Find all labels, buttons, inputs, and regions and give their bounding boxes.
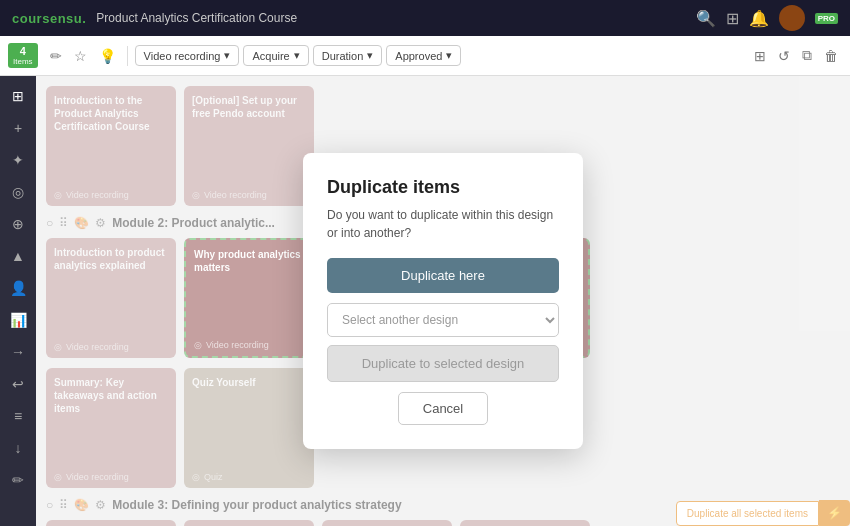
duplicate-to-selected-button[interactable]: Duplicate to selected design — [327, 345, 559, 382]
modal-overlay: Duplicate items Do you want to duplicate… — [36, 76, 850, 526]
top-navigation: coursensu. Product Analytics Certificati… — [0, 0, 850, 36]
course-area: Introduction to the Product Analytics Ce… — [36, 76, 850, 526]
toolbar: 4 Items ✏ ☆ 💡 Video recording ▾ Acquire … — [0, 36, 850, 76]
type-filter-label: Video recording — [144, 50, 221, 62]
design-select[interactable]: Select another design — [327, 303, 559, 337]
history-icon[interactable]: ↺ — [774, 46, 794, 66]
avatar[interactable] — [779, 5, 805, 31]
main-content: ⊞ + ✦ ◎ ⊕ ▲ 👤 📊 → ↩ ≡ ↓ ✏ Introduction t… — [0, 76, 850, 526]
duration-filter-dropdown[interactable]: Duration ▾ — [313, 45, 383, 66]
items-count-badge: 4 — [20, 45, 26, 57]
edit-icon[interactable]: ✏ — [46, 46, 66, 66]
course-title: Product Analytics Certification Course — [96, 11, 297, 25]
star-icon[interactable]: ☆ — [70, 46, 91, 66]
sidebar-person-icon[interactable]: 👤 — [6, 276, 31, 300]
delete-icon[interactable]: 🗑 — [820, 46, 842, 66]
layout-icon[interactable]: ⊞ — [750, 46, 770, 66]
sidebar-arrow-icon[interactable]: → — [7, 340, 29, 364]
chevron-down-icon-4: ▾ — [446, 49, 452, 62]
separator-1 — [127, 46, 128, 66]
sidebar-undo-icon[interactable]: ↩ — [8, 372, 28, 396]
chevron-down-icon: ▾ — [224, 49, 230, 62]
sidebar-target-icon[interactable]: ◎ — [8, 180, 28, 204]
sidebar-sparkle-icon[interactable]: ✦ — [8, 148, 28, 172]
logo: coursensu. — [12, 11, 86, 26]
sidebar-download-icon[interactable]: ↓ — [11, 436, 26, 460]
search-icon[interactable]: 🔍 — [696, 9, 716, 28]
sidebar-list-icon[interactable]: ≡ — [10, 404, 26, 428]
items-label: Items — [13, 57, 33, 66]
sidebar-triangle-icon[interactable]: ▲ — [7, 244, 29, 268]
modal-description: Do you want to duplicate within this des… — [327, 206, 559, 242]
sidebar-edit-icon[interactable]: ✏ — [8, 468, 28, 492]
duplicate-here-button[interactable]: Duplicate here — [327, 258, 559, 293]
sidebar-add-icon[interactable]: + — [10, 116, 26, 140]
cancel-button[interactable]: Cancel — [398, 392, 488, 425]
sidebar-circle-icon[interactable]: ⊕ — [8, 212, 28, 236]
left-sidebar: ⊞ + ✦ ◎ ⊕ ▲ 👤 📊 → ↩ ≡ ↓ ✏ — [0, 76, 36, 526]
stage-filter-dropdown[interactable]: Acquire ▾ — [243, 45, 308, 66]
grid-icon[interactable]: ⊞ — [726, 9, 739, 28]
duplicate-modal: Duplicate items Do you want to duplicate… — [303, 153, 583, 449]
chevron-down-icon-2: ▾ — [294, 49, 300, 62]
duration-filter-label: Duration — [322, 50, 364, 62]
stage-filter-label: Acquire — [252, 50, 289, 62]
pro-badge: PRO — [815, 13, 838, 24]
bell-icon[interactable]: 🔔 — [749, 9, 769, 28]
modal-title: Duplicate items — [327, 177, 559, 198]
sidebar-chart-icon[interactable]: 📊 — [6, 308, 31, 332]
status-filter-dropdown[interactable]: Approved ▾ — [386, 45, 461, 66]
type-filter-dropdown[interactable]: Video recording ▾ — [135, 45, 240, 66]
sidebar-grid-icon[interactable]: ⊞ — [8, 84, 28, 108]
lightbulb-icon[interactable]: 💡 — [95, 46, 120, 66]
status-filter-label: Approved — [395, 50, 442, 62]
chevron-down-icon-3: ▾ — [367, 49, 373, 62]
copy-icon[interactable]: ⧉ — [798, 45, 816, 66]
